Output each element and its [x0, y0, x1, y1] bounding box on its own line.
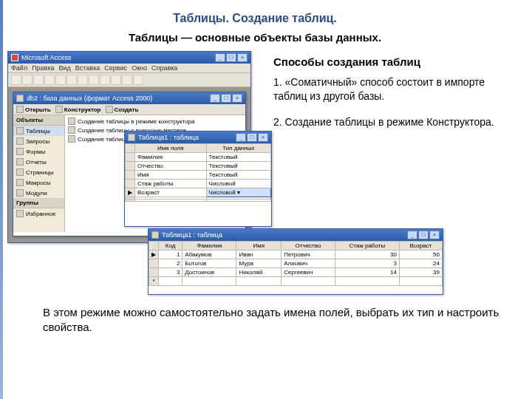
- sidebar-item-favorites: Избранное: [13, 208, 64, 219]
- wizard-icon: [68, 126, 75, 134]
- access-app-icon: [11, 54, 18, 61]
- datasheet-window-title: Таблица1 : таблица: [162, 231, 222, 239]
- db-minimize-button[interactable]: _: [210, 94, 220, 103]
- db-window-title: db2 : база данных (формат Access 2000): [27, 95, 152, 102]
- sidebar-item-pages: Страницы: [13, 167, 64, 177]
- design-grid[interactable]: Имя поляТип данных ФамилияТекстовый Отче…: [125, 143, 271, 202]
- sidebar-item-tables: Таблицы: [13, 126, 64, 136]
- sidebar-item-forms: Формы: [13, 146, 64, 157]
- methods-heading: Способы создания таблиц: [273, 55, 502, 68]
- table-datasheet-window: Таблица1 : таблица _ □ × Код Фамилия Имя…: [148, 228, 443, 295]
- bottom-paragraph: В этом режиме можно самостоятельно задат…: [43, 305, 502, 335]
- access-titlebar: Microsoft Access _ □ ×: [8, 52, 250, 64]
- db-close-button[interactable]: ×: [232, 94, 242, 103]
- sidebar-item-queries: Запросы: [13, 136, 64, 146]
- method-1-text: 1. «Соматичный» способ состоит в импорте…: [273, 75, 502, 103]
- design-minimize-button[interactable]: _: [236, 133, 246, 142]
- sidebar-item-macros: Макросы: [13, 177, 64, 188]
- data-minimize-button[interactable]: _: [407, 231, 417, 239]
- close-button[interactable]: ×: [237, 53, 248, 62]
- access-menubar[interactable]: ФайлПравкаВидВставкаСервисОкноСправка: [8, 64, 250, 73]
- sidebar-item-reports: Отчеты: [13, 157, 64, 167]
- db-object-bar[interactable]: Объекты Таблицы Запросы Формы Отчеты Стр…: [13, 115, 65, 232]
- design-maximize-button[interactable]: □: [247, 133, 257, 142]
- minimize-button[interactable]: _: [215, 53, 225, 62]
- db-maximize-button[interactable]: □: [221, 94, 231, 103]
- access-toolbar[interactable]: [8, 73, 250, 87]
- design-window-title: Таблица1 : таблица: [138, 134, 199, 141]
- db-icon: [16, 95, 24, 102]
- table-icon: [151, 231, 159, 239]
- data-close-button[interactable]: ×: [429, 231, 440, 239]
- db-toolbar[interactable]: Открыть Конструктор Создать: [13, 104, 245, 115]
- wizard-icon: [68, 135, 75, 143]
- maximize-button[interactable]: □: [226, 53, 236, 62]
- datasheet-grid[interactable]: Код Фамилия Имя Отчество Стаж работы Воз…: [149, 241, 443, 286]
- sidebar-item-modules: Модули: [13, 188, 64, 198]
- slide-subtitle: Таблицы — основные объекты базы данных.: [7, 31, 502, 44]
- slide-title: Таблицы. Создание таблиц.: [7, 12, 502, 25]
- design-close-button[interactable]: ×: [258, 133, 268, 142]
- open-icon: [16, 106, 24, 113]
- wizard-icon: [68, 117, 75, 125]
- table-icon: [128, 134, 135, 141]
- method-2-text: 2. Создание таблицы в режиме Конструктор…: [273, 115, 502, 129]
- data-maximize-button[interactable]: □: [418, 231, 429, 239]
- screenshots-area: Microsoft Access _ □ × ФайлПравкаВидВста…: [7, 51, 251, 295]
- create-icon: [106, 106, 113, 113]
- access-app-title: Microsoft Access: [21, 54, 72, 61]
- table-design-window: Таблица1 : таблица _ □ × Имя поляТип дан…: [124, 131, 272, 227]
- design-icon: [55, 106, 63, 113]
